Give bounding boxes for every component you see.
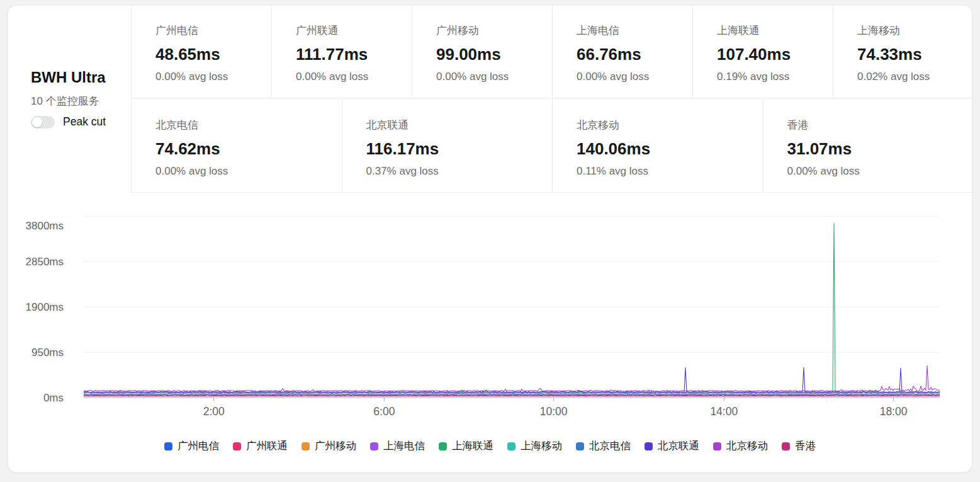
legend-item[interactable]: 北京电信: [576, 439, 631, 453]
stats-row-2: 北京电信 74.62ms 0.00% avg loss 北京联通 116.17m…: [131, 98, 972, 193]
legend-swatch-icon: [439, 442, 447, 450]
y-axis-label: 1900ms: [26, 301, 64, 313]
monitor-card: BWH Ultra 10 个监控服务 Peak cut 广州电信 48.65ms…: [8, 5, 972, 473]
legend-swatch-icon: [164, 442, 172, 450]
legend-item[interactable]: 上海联通: [439, 439, 493, 453]
stat-node-name: 上海联通: [717, 23, 826, 38]
y-axis-label: 0ms: [43, 392, 64, 404]
legend-item[interactable]: 上海移动: [507, 439, 562, 453]
legend-label: 上海移动: [521, 439, 562, 453]
stat-cell: 上海移动 74.33ms 0.02% avg loss: [833, 6, 972, 98]
x-axis-label: 10:00: [540, 405, 568, 418]
stat-latency-value: 107.40ms: [717, 45, 826, 64]
series-line: [84, 367, 940, 393]
stat-latency-value: 48.65ms: [155, 45, 265, 64]
legend-swatch-icon: [233, 442, 241, 450]
series-line: [84, 365, 940, 391]
stat-node-name: 香港: [787, 118, 967, 132]
stat-latency-value: 116.17ms: [366, 139, 546, 159]
legend-swatch-icon: [645, 442, 653, 450]
stat-latency-value: 74.62ms: [155, 139, 335, 159]
stat-node-name: 广州电信: [155, 23, 265, 38]
legend-swatch-icon: [782, 442, 790, 450]
stat-node-name: 北京移动: [577, 118, 757, 132]
peak-cut-toggle[interactable]: [31, 116, 55, 129]
stat-cell: 北京电信 74.62ms 0.00% avg loss: [131, 99, 342, 193]
stat-latency-value: 140.06ms: [577, 139, 757, 159]
legend-label: 上海电信: [383, 439, 425, 453]
stat-node-name: 北京电信: [155, 118, 335, 132]
stat-latency-value: 99.00ms: [436, 45, 546, 64]
peak-cut-row: Peak cut: [31, 115, 106, 129]
stat-latency-value: 111.77ms: [296, 45, 405, 64]
legend-item[interactable]: 广州电信: [164, 439, 219, 453]
stats-row-1: 广州电信 48.65ms 0.00% avg loss 广州联通 111.77m…: [131, 6, 972, 98]
legend-label: 广州电信: [177, 439, 219, 453]
legend-item[interactable]: 广州移动: [301, 439, 356, 453]
stat-cell: 广州电信 48.65ms 0.00% avg loss: [131, 6, 271, 98]
monitor-count: 10 个监控服务: [31, 94, 99, 108]
y-axis-label: 950ms: [31, 347, 64, 359]
stat-cell: 广州移动 99.00ms 0.00% avg loss: [412, 6, 552, 98]
legend-item[interactable]: 香港: [782, 439, 816, 453]
legend-item[interactable]: 上海电信: [370, 439, 425, 453]
stat-loss-value: 0.00% avg loss: [296, 71, 405, 83]
x-axis-label: 14:00: [710, 405, 738, 418]
stat-loss-value: 0.11% avg loss: [577, 165, 757, 178]
server-title: BWH Ultra: [31, 69, 106, 86]
series-line: [84, 396, 940, 396]
legend-item[interactable]: 北京联通: [645, 439, 699, 453]
stat-node-name: 上海移动: [857, 23, 967, 38]
stat-loss-value: 0.00% avg loss: [155, 165, 335, 178]
stat-loss-value: 0.00% avg loss: [787, 165, 967, 178]
toggle-knob-icon: [32, 117, 42, 127]
legend-item[interactable]: 北京移动: [713, 439, 768, 453]
stat-node-name: 广州移动: [436, 23, 546, 38]
chart-legend: 广州电信 广州联通 广州移动 上海电信 上海联通 上海移动 北京电信 北京联通 …: [8, 439, 972, 453]
x-axis-label: 2:00: [203, 405, 225, 418]
legend-label: 上海联通: [452, 439, 493, 453]
legend-label: 北京电信: [589, 439, 631, 453]
stat-node-name: 北京联通: [366, 118, 546, 132]
peak-cut-label: Peak cut: [63, 115, 106, 129]
stat-node-name: 上海电信: [577, 23, 686, 38]
legend-swatch-icon: [370, 442, 378, 450]
stat-cell: 北京移动 140.06ms 0.11% avg loss: [552, 99, 763, 193]
stat-cell: 广州联通 111.77ms 0.00% avg loss: [271, 6, 412, 98]
stat-loss-value: 0.37% avg loss: [366, 165, 546, 178]
legend-swatch-icon: [576, 442, 584, 450]
stat-cell: 上海电信 66.76ms 0.00% avg loss: [552, 6, 692, 98]
legend-swatch-icon: [507, 442, 515, 450]
stat-loss-value: 0.00% avg loss: [155, 71, 265, 83]
x-axis-label: 6:00: [373, 405, 395, 418]
stat-loss-value: 0.02% avg loss: [857, 71, 967, 83]
stat-node-name: 广州联通: [296, 23, 405, 38]
stat-latency-value: 31.07ms: [787, 139, 967, 159]
legend-label: 广州移动: [315, 439, 356, 453]
stat-cell: 香港 31.07ms 0.00% avg loss: [763, 99, 973, 193]
stat-latency-value: 74.33ms: [857, 45, 967, 64]
legend-label: 北京移动: [726, 439, 768, 453]
info-panel: BWH Ultra 10 个监控服务 Peak cut: [8, 6, 131, 193]
x-axis-label: 18:00: [880, 405, 908, 418]
stat-loss-value: 0.00% avg loss: [577, 71, 686, 83]
stat-cell: 北京联通 116.17ms 0.37% avg loss: [342, 99, 553, 193]
legend-swatch-icon: [301, 442, 310, 450]
latency-chart: 0ms950ms1900ms2850ms3800ms2:006:0010:001…: [8, 193, 972, 429]
stat-loss-value: 0.00% avg loss: [436, 71, 546, 83]
legend-swatch-icon: [713, 442, 721, 450]
stats-section: 广州电信 48.65ms 0.00% avg loss 广州联通 111.77m…: [131, 6, 972, 193]
legend-label: 香港: [795, 439, 816, 453]
stat-cell: 上海联通 107.40ms 0.19% avg loss: [692, 6, 833, 98]
legend-label: 北京联通: [658, 439, 699, 453]
stat-latency-value: 66.76ms: [577, 45, 686, 64]
y-axis-label: 2850ms: [26, 256, 64, 268]
y-axis-label: 3800ms: [26, 220, 64, 232]
stat-loss-value: 0.19% avg loss: [717, 71, 826, 83]
legend-label: 广州联通: [246, 439, 288, 453]
series-line: [84, 223, 940, 393]
legend-item[interactable]: 广州联通: [233, 439, 288, 453]
